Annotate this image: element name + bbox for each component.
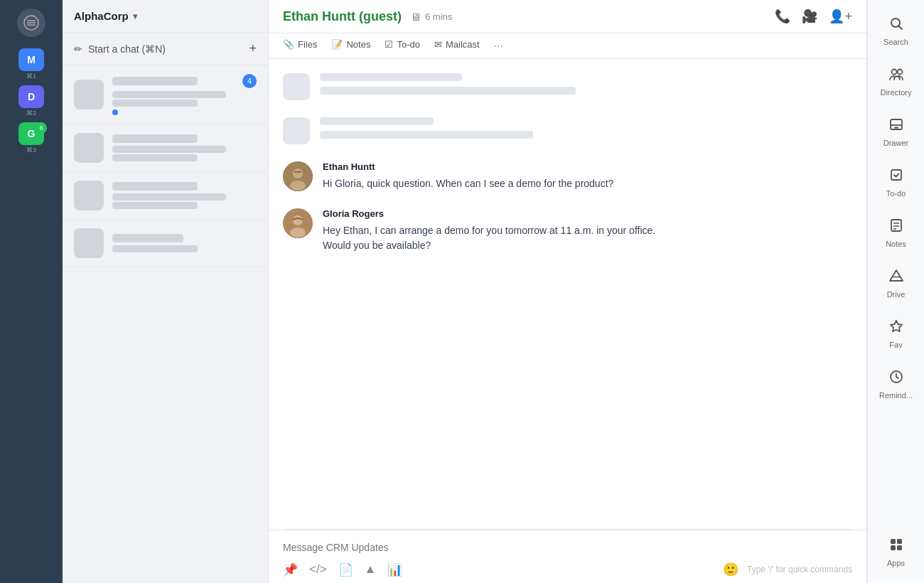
right-panel-notes[interactable]: Notes: [868, 208, 924, 258]
apps-label: Apps: [887, 559, 905, 567]
skeleton-line: [320, 131, 533, 139]
skeleton-lines: [320, 117, 533, 139]
workspace-avatar-m: M: [18, 48, 44, 71]
fav-icon: [888, 319, 904, 338]
chat-name-row: 4: [112, 74, 257, 88]
chat-avatar: [74, 181, 104, 210]
screen-icon: 🖥: [410, 11, 421, 23]
tab-files[interactable]: 📎 Files: [283, 39, 317, 53]
chat-msg-skeleton-2: [112, 100, 198, 107]
notes-tab-icon: 📝: [331, 39, 343, 50]
pin-icon[interactable]: 📌: [283, 562, 298, 577]
workspace-item-g[interactable]: 8 G ⌘3: [16, 122, 47, 154]
chat-item[interactable]: [63, 172, 268, 220]
add-user-icon[interactable]: 👤+: [829, 9, 852, 24]
chat-header: Ethan Huntt (guest) 🖥 6 mins 📞 🎥 👤+: [269, 0, 866, 33]
svg-point-13: [891, 70, 896, 75]
fav-label: Fav: [889, 341, 902, 349]
right-panel-todo[interactable]: To-do: [868, 157, 924, 208]
workspace-logo[interactable]: [17, 9, 45, 37]
add-chat-icon[interactable]: +: [249, 41, 257, 56]
chat-messages: Ethan Huntt Hi Gloria, quick question. W…: [269, 59, 866, 529]
avatar-ethan: [283, 161, 313, 191]
remind-icon: [888, 369, 904, 388]
remind-label: Remind...: [879, 391, 913, 400]
workspace-badge-g: 8: [36, 122, 47, 134]
chat-name-row: [112, 234, 257, 242]
svg-point-14: [897, 70, 902, 75]
chart-icon[interactable]: 📊: [387, 562, 402, 577]
skeleton-message-1: [283, 73, 852, 100]
chat-item[interactable]: [63, 220, 268, 267]
workspace-shortcut-d: ⌘2: [26, 109, 36, 117]
chat-avatar: [74, 133, 104, 163]
chat-info: [112, 134, 257, 161]
chat-header-meta: 🖥 6 mins: [410, 11, 452, 23]
message-text-gloria: Hey Ethan, I can arrange a demo for you …: [323, 223, 655, 253]
drawer-label: Drawer: [883, 139, 908, 147]
drawer-icon: [888, 117, 904, 136]
sidebar-title[interactable]: AlphaCorp ▾: [74, 10, 137, 22]
emoji-icon[interactable]: 🙂: [723, 562, 738, 577]
svg-rect-18: [891, 170, 901, 180]
right-panel-apps[interactable]: Apps: [868, 527, 924, 577]
mailcast-icon: ✉: [434, 39, 442, 50]
sidebar: AlphaCorp ▾ ✏ Start a chat (⌘N) + 4: [63, 0, 269, 583]
tab-mailcast[interactable]: ✉ Mailcast: [434, 39, 480, 53]
workspace-item-m[interactable]: M ⌘1: [16, 48, 47, 80]
phone-icon[interactable]: 📞: [775, 9, 790, 24]
right-panel: Search Directory Drawer: [867, 0, 924, 583]
todo-tab-icon: ☑: [385, 39, 393, 50]
more-options-icon[interactable]: ···: [494, 40, 503, 53]
chat-guest-name: Ethan Huntt (guest): [283, 9, 402, 24]
right-panel-drawer[interactable]: Drawer: [868, 107, 924, 157]
message-ethan-content: Ethan Huntt Hi Gloria, quick question. W…: [323, 161, 613, 191]
chat-msg-skeleton-2: [112, 202, 198, 209]
message-gloria: Gloria Rogers Hey Ethan, I can arrange a…: [283, 208, 852, 253]
chat-info: [112, 182, 257, 209]
message-text-ethan: Hi Gloria, quick question. When can I se…: [323, 176, 613, 191]
drive-tool-icon[interactable]: ▲: [365, 562, 377, 577]
chat-input-bottom: 📌 </> 📄 ▲ 📊 🙂 Type '/' for quick command…: [283, 562, 852, 577]
tab-todo[interactable]: ☑ To-do: [385, 39, 420, 53]
edit-icon: ✏: [74, 43, 82, 55]
message-sender-ethan: Ethan Huntt: [323, 161, 613, 172]
doc-icon[interactable]: 📄: [338, 562, 353, 577]
skeleton-avatar: [283, 73, 310, 100]
chat-online-dot: [112, 109, 118, 115]
tab-notes[interactable]: 📝 Notes: [331, 39, 370, 53]
right-panel-directory[interactable]: Directory: [868, 56, 924, 107]
right-panel-fav[interactable]: Fav: [868, 309, 924, 359]
avatar-gloria: [283, 208, 313, 238]
video-icon[interactable]: 🎥: [802, 9, 817, 24]
chat-msg-skeleton-2: [112, 154, 198, 161]
skeleton-line: [320, 87, 576, 95]
skeleton-lines: [320, 73, 576, 95]
chat-name-row: [112, 182, 257, 191]
svg-point-5: [293, 169, 303, 178]
skeleton-message-2: [283, 117, 852, 144]
right-panel-drive[interactable]: Drive: [868, 258, 924, 309]
chat-msg-skeleton: [112, 146, 226, 153]
right-panel-remind[interactable]: Remind...: [868, 359, 924, 410]
chat-item[interactable]: [63, 124, 268, 172]
todo-icon: [888, 167, 904, 186]
chat-name-skeleton: [112, 77, 198, 85]
workspace-item-d[interactable]: D ⌘2: [16, 85, 47, 117]
svg-rect-30: [897, 545, 902, 550]
chat-name-skeleton: [112, 182, 198, 191]
skeleton-line: [320, 117, 434, 125]
svg-point-9: [293, 215, 303, 225]
new-chat-label[interactable]: ✏ Start a chat (⌘N): [74, 43, 166, 55]
message-input[interactable]: [283, 539, 852, 556]
chat-list: 4: [63, 65, 268, 583]
chat-name-row: [112, 134, 257, 143]
svg-point-10: [290, 228, 306, 237]
chevron-down-icon: ▾: [133, 11, 137, 21]
time-label: 6 mins: [425, 11, 452, 22]
chat-item[interactable]: 4: [63, 65, 268, 124]
code-icon[interactable]: </>: [309, 562, 327, 577]
svg-rect-7: [294, 171, 301, 173]
right-panel-search[interactable]: Search: [868, 6, 924, 56]
message-gloria-content: Gloria Rogers Hey Ethan, I can arrange a…: [323, 208, 655, 253]
